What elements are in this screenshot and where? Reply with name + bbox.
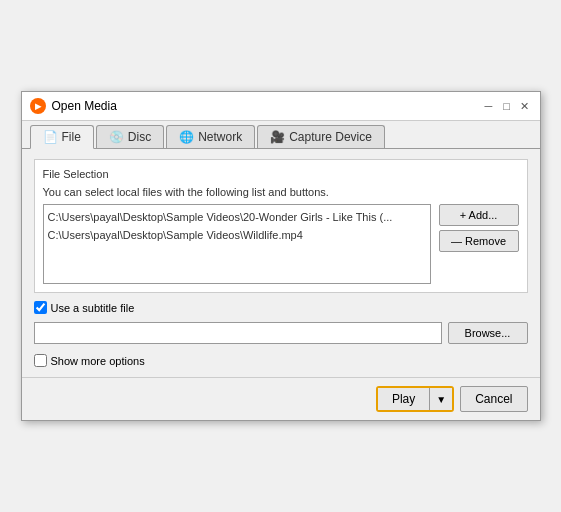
tab-file-label: File	[62, 130, 81, 144]
window-controls: ─ □ ✕	[482, 99, 532, 113]
bottom-bar: Play ▼ Cancel	[22, 377, 540, 420]
list-item: C:\Users\payal\Desktop\Sample Videos\20-…	[48, 209, 426, 227]
subtitle-checkbox[interactable]	[34, 301, 47, 314]
show-more-checkbox[interactable]	[34, 354, 47, 367]
file-selection-section: File Selection You can select local file…	[34, 159, 528, 293]
subtitle-input-row: Browse...	[34, 322, 528, 344]
tab-content: File Selection You can select local file…	[22, 149, 540, 377]
maximize-button[interactable]: □	[500, 99, 514, 113]
vlc-logo-icon: ▶	[30, 98, 46, 114]
title-bar: ▶ Open Media ─ □ ✕	[22, 92, 540, 121]
tab-network-label: Network	[198, 130, 242, 144]
browse-button[interactable]: Browse...	[448, 322, 528, 344]
dropdown-arrow-icon: ▼	[436, 394, 446, 405]
cancel-button[interactable]: Cancel	[460, 386, 527, 412]
show-more-label[interactable]: Show more options	[34, 354, 145, 367]
disc-tab-icon: 💿	[109, 130, 124, 144]
tab-bar: 📄 File 💿 Disc 🌐 Network 🎥 Capture Device	[22, 121, 540, 149]
open-media-window: ▶ Open Media ─ □ ✕ 📄 File 💿 Disc 🌐 Netwo…	[21, 91, 541, 421]
network-tab-icon: 🌐	[179, 130, 194, 144]
tab-file[interactable]: 📄 File	[30, 125, 94, 149]
capture-tab-icon: 🎥	[270, 130, 285, 144]
file-selection-description: You can select local files with the foll…	[43, 186, 519, 198]
tab-capture[interactable]: 🎥 Capture Device	[257, 125, 385, 148]
file-listbox[interactable]: C:\Users\payal\Desktop\Sample Videos\20-…	[43, 204, 431, 284]
remove-button[interactable]: — Remove	[439, 230, 519, 252]
tab-disc-label: Disc	[128, 130, 151, 144]
app-wrapper: ▶ Open Media ─ □ ✕ 📄 File 💿 Disc 🌐 Netwo…	[21, 91, 541, 421]
file-selection-label: File Selection	[43, 168, 519, 180]
minimize-button[interactable]: ─	[482, 99, 496, 113]
play-button-group: Play ▼	[376, 386, 454, 412]
file-action-buttons: + Add... — Remove	[439, 204, 519, 284]
subtitle-checkbox-row: Use a subtitle file	[34, 301, 528, 314]
play-dropdown-button[interactable]: ▼	[430, 388, 452, 410]
show-more-row: Show more options	[34, 354, 528, 367]
tab-network[interactable]: 🌐 Network	[166, 125, 255, 148]
tab-capture-label: Capture Device	[289, 130, 372, 144]
file-list-area: C:\Users\payal\Desktop\Sample Videos\20-…	[43, 204, 519, 284]
play-main-button[interactable]: Play	[378, 388, 430, 410]
subtitle-checkbox-label[interactable]: Use a subtitle file	[34, 301, 135, 314]
tab-disc[interactable]: 💿 Disc	[96, 125, 164, 148]
subtitle-path-input[interactable]	[34, 322, 442, 344]
add-button[interactable]: + Add...	[439, 204, 519, 226]
close-button[interactable]: ✕	[518, 99, 532, 113]
title-bar-left: ▶ Open Media	[30, 98, 117, 114]
window-title: Open Media	[52, 99, 117, 113]
subtitle-label-text: Use a subtitle file	[51, 302, 135, 314]
show-more-text: Show more options	[51, 355, 145, 367]
list-item: C:\Users\payal\Desktop\Sample Videos\Wil…	[48, 227, 426, 245]
file-tab-icon: 📄	[43, 130, 58, 144]
